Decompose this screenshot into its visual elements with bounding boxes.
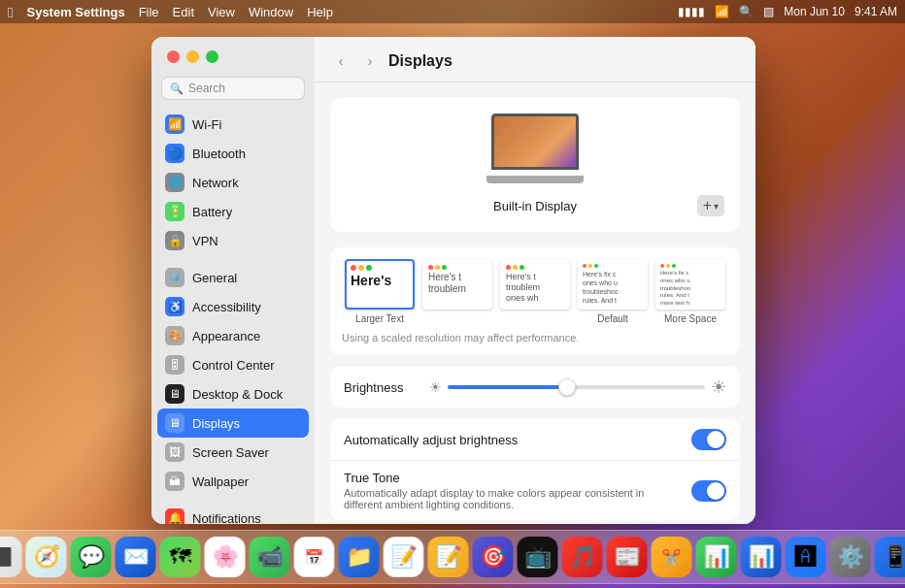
sidebar-item-desktop[interactable]: 🖥 Desktop & Dock [157, 379, 309, 408]
dock-keynote[interactable]: 📊 [741, 537, 782, 577]
sidebar-label-vpn: VPN [192, 234, 218, 248]
search-placeholder: Search [188, 82, 225, 95]
desktop-icon: 🖥 [165, 384, 184, 404]
sidebar-item-wallpaper[interactable]: 🏔 Wallpaper [157, 467, 309, 496]
battery-sidebar-icon: 🔋 [165, 202, 184, 221]
res-preview-default[interactable]: Here's fix cones who utroubleshoorules. … [578, 259, 648, 310]
forward-button[interactable]: › [359, 50, 381, 72]
sidebar-item-displays[interactable]: 🖥 Displays [157, 408, 309, 438]
resolution-option-default[interactable]: Here's fix cones who utroubleshoorules. … [578, 259, 648, 324]
notifications-icon: 🔔 [165, 508, 184, 524]
title-bar: ‹ › Displays [315, 37, 755, 82]
sidebar-item-vpn[interactable]: 🔒 VPN [157, 226, 309, 255]
bluetooth-icon: 🔵 [165, 144, 184, 163]
dock-numbers[interactable]: 📊 [696, 537, 737, 577]
resolution-option-larger-text[interactable]: Here's Larger Text [345, 259, 415, 324]
dock-reminders[interactable]: 📝 [384, 537, 424, 577]
brightness-slider-container: ☀ ☀ [429, 376, 726, 398]
sidebar-label-notifications: Notifications [192, 511, 261, 525]
back-button[interactable]: ‹ [330, 50, 352, 72]
sidebar-item-bluetooth[interactable]: 🔵 Bluetooth [157, 139, 309, 168]
true-tone-description: Automatically adapt display to make colo… [344, 487, 680, 510]
dock-clips[interactable]: ✂️ [652, 537, 692, 577]
resolution-options: Here's Larger Text [342, 259, 728, 324]
toggle-knob [707, 431, 724, 448]
sidebar-item-wifi[interactable]: 📶 Wi-Fi [157, 110, 309, 139]
main-content: ‹ › Displays Built-in Display + [315, 37, 755, 524]
resolution-option-3[interactable]: Here's ttroublemones wh [500, 259, 570, 324]
dock-appstore[interactable]: 🅰 [786, 537, 826, 577]
displays-icon: 🖥 [165, 413, 184, 433]
network-icon: 🌐 [165, 173, 184, 192]
system-settings-window: 🔍 Search 📶 Wi-Fi 🔵 Bluetooth 🌐 Network 🔋… [151, 37, 755, 524]
traffic-lights [151, 37, 315, 73]
sidebar-item-controlcenter[interactable]: 🎛 Control Center [157, 350, 309, 379]
res-label-more-space: More Space [664, 313, 717, 324]
search-menubar-icon[interactable]: 🔍 [739, 5, 754, 18]
dock-calendar[interactable]: 📅 [294, 537, 335, 577]
sidebar-item-accessibility[interactable]: ♿ Accessibility [157, 292, 309, 321]
dock-news[interactable]: 📰 [607, 537, 648, 577]
res-preview-2[interactable]: Here's ttroublem [422, 259, 492, 310]
minimize-button[interactable] [186, 50, 199, 63]
dock-music[interactable]: 🎵 [562, 537, 603, 577]
apple-menu[interactable]:  [8, 4, 13, 20]
app-name[interactable]: System Settings [26, 5, 124, 19]
res-preview-larger-text[interactable]: Here's [345, 259, 415, 310]
sidebar-item-general[interactable]: ⚙️ General [157, 263, 309, 292]
dock-files[interactable]: 📁 [339, 537, 380, 577]
brightness-slider-track[interactable] [448, 385, 705, 389]
dock-launchpad[interactable]: ⬛ [0, 537, 22, 577]
sidebar-item-notifications[interactable]: 🔔 Notifications [157, 504, 309, 524]
sidebar-label-general: General [192, 271, 237, 285]
dock-safari[interactable]: 🧭 [26, 537, 67, 577]
sidebar-item-screensaver[interactable]: 🖼 Screen Saver [157, 438, 309, 467]
menu-window[interactable]: Window [249, 5, 293, 19]
sidebar-item-battery[interactable]: 🔋 Battery [157, 197, 309, 226]
resolution-option-2[interactable]: Here's ttroublem [422, 259, 492, 324]
macbook-base [486, 176, 584, 183]
true-tone-toggle[interactable] [691, 480, 726, 502]
brightness-slider-fill [448, 385, 563, 389]
menu-help[interactable]: Help [307, 5, 333, 19]
dock-facetime[interactable]: 📹 [250, 537, 290, 577]
sidebar-item-appearance[interactable]: 🎨 Appearance [157, 321, 309, 350]
dock-app1[interactable]: 🎯 [473, 537, 514, 577]
sidebar-label-controlcenter: Control Center [192, 358, 275, 373]
appearance-icon: 🎨 [165, 326, 184, 345]
display-card: Built-in Display + ▾ [330, 98, 740, 232]
close-button[interactable] [167, 50, 180, 63]
sidebar-label-network: Network [192, 176, 239, 190]
dock-maps[interactable]: 🗺 [160, 537, 201, 577]
dock-appletv[interactable]: 📺 [518, 537, 558, 577]
true-tone-info: True Tone Automatically adapt display to… [344, 471, 680, 510]
auto-brightness-toggle[interactable] [691, 429, 726, 450]
dock-photos[interactable]: 🌸 [205, 537, 246, 577]
auto-brightness-row: Automatically adjust brightness [330, 419, 740, 461]
brightness-slider-thumb[interactable] [558, 378, 576, 396]
res-preview-more-space[interactable]: Here's fix cones who utroubleshoorules. … [655, 259, 725, 310]
dock-notes[interactable]: 📝 [428, 537, 469, 577]
dock-iphone-mirror[interactable]: 📱 [875, 537, 906, 577]
menu-view[interactable]: View [208, 5, 235, 19]
search-container: 🔍 Search [151, 73, 315, 110]
dock-systemsettings[interactable]: ⚙️ [830, 537, 871, 577]
dock-messages[interactable]: 💬 [71, 537, 112, 577]
res-preview-3[interactable]: Here's ttroublemones wh [500, 259, 570, 310]
menu-file[interactable]: File [139, 5, 159, 19]
maximize-button[interactable] [206, 50, 218, 63]
sidebar-label-bluetooth: Bluetooth [192, 147, 246, 161]
wifi-icon: 📶 [165, 114, 184, 134]
screenmirror-icon[interactable]: ▧ [763, 5, 774, 18]
menu-edit[interactable]: Edit [173, 5, 194, 19]
menubar:  System Settings File Edit View Window … [0, 0, 905, 23]
resolution-option-more-space[interactable]: Here's fix cones who utroubleshoorules. … [655, 259, 725, 324]
sidebar-item-network[interactable]: 🌐 Network [157, 168, 309, 197]
add-display-button[interactable]: + ▾ [697, 195, 724, 216]
true-tone-row: True Tone Automatically adapt display to… [330, 461, 740, 520]
date-time: Mon Jun 10 [784, 5, 845, 18]
dock-mail[interactable]: ✉️ [116, 537, 156, 577]
search-box[interactable]: 🔍 Search [161, 77, 305, 100]
display-title-row: Built-in Display + ▾ [346, 195, 724, 216]
vpn-icon: 🔒 [165, 231, 184, 250]
